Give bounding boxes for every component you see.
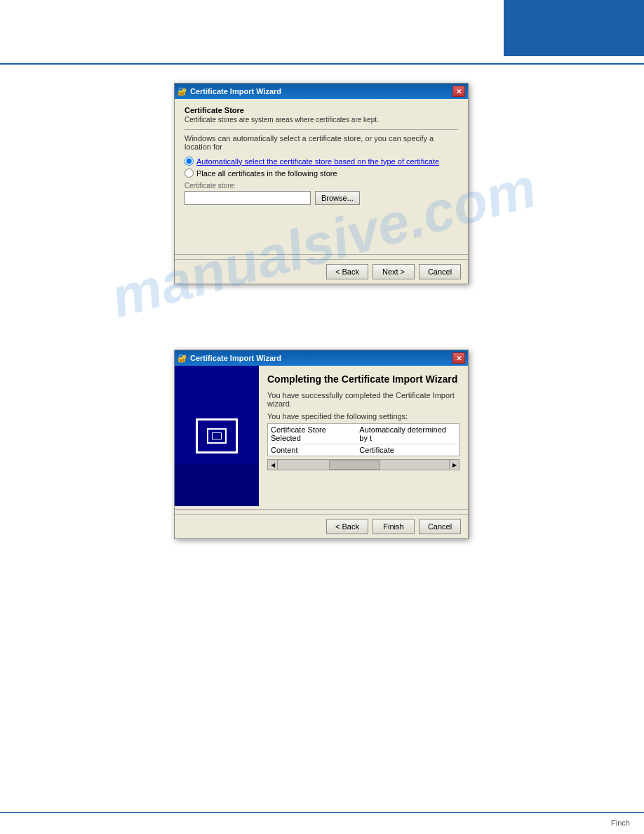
left-panel-deco	[175, 464, 259, 506]
dialog2-footer: < Back Finish Cancel	[175, 514, 468, 538]
cert-icon-detail	[212, 432, 222, 439]
dialog2-completion: 🔐 Certificate Import Wizard ✕ Completing…	[174, 350, 469, 539]
dialog1-title-icon: 🔐	[177, 87, 187, 96]
cert-icon-inner	[207, 428, 227, 444]
settings-row2-col2: Certificate	[356, 444, 459, 456]
dialog1-radio2-label[interactable]: Place all certificates in the following …	[196, 169, 337, 178]
dialog2-title-icon: 🔐	[177, 354, 187, 363]
scrollbar-track[interactable]	[278, 460, 449, 470]
cert-icon-outer	[196, 418, 238, 454]
dialog2-success-text2: You have specified the following setting…	[267, 412, 459, 421]
settings-row1-col1: Certificate Store Selected	[268, 424, 357, 444]
dialog1-back-button[interactable]: < Back	[326, 264, 368, 279]
dialog2-completion-title: Completing the Certificate Import Wizard	[267, 373, 459, 385]
dialog1-radio1-label[interactable]: Automatically select the certificate sto…	[196, 157, 439, 166]
dialog1-browse-button[interactable]: Browse...	[315, 191, 360, 205]
dialog2-body: Completing the Certificate Import Wizard…	[175, 366, 468, 506]
scrollbar-left-button[interactable]: ◀	[268, 460, 278, 470]
dialog1-cert-store-label: Certificate store:	[185, 182, 458, 190]
dialog2-cancel-button[interactable]: Cancel	[419, 519, 461, 534]
bottom-rule	[0, 812, 644, 813]
dialog1-cert-store-row: Browse...	[185, 191, 458, 205]
dialog1-divider1	[185, 129, 458, 130]
dialog2-settings-table: Certificate Store Selected Automatically…	[267, 423, 459, 456]
dialog1-title-label: Certificate Import Wizard	[190, 87, 281, 95]
settings-row1: Certificate Store Selected Automatically…	[268, 424, 459, 444]
dialog1-section-desc: Certificate stores are system areas wher…	[185, 116, 458, 124]
settings-row1-col2: Automatically determined by t	[356, 424, 459, 444]
dialog2-back-button[interactable]: < Back	[326, 519, 368, 534]
dialog1-radio1-row: Automatically select the certificate sto…	[185, 157, 458, 166]
dialog2-title-label: Certificate Import Wizard	[190, 354, 281, 362]
dialog2-right-panel: Completing the Certificate Import Wizard…	[259, 366, 468, 506]
dialog1-content: Certificate Store Certificate stores are…	[175, 99, 468, 254]
settings-row2: Content Certificate	[268, 444, 459, 456]
dialog1-radio2-row: Place all certificates in the following …	[185, 168, 458, 178]
dialog1-titlebar: 🔐 Certificate Import Wizard ✕	[175, 84, 468, 99]
dialog2-title-text: 🔐 Certificate Import Wizard	[177, 354, 281, 363]
dialog1-footer: < Back Next > Cancel	[175, 259, 468, 284]
dialog2-scrollbar[interactable]: ◀ ▶	[267, 459, 459, 470]
dialog1-cancel-button[interactable]: Cancel	[419, 264, 461, 279]
dialog1-close-button[interactable]: ✕	[452, 86, 465, 97]
dialog1-radio2[interactable]	[185, 168, 194, 178]
settings-row2-col1: Content	[268, 444, 357, 456]
dialog1-footer-divider	[175, 254, 468, 255]
dialog2-titlebar: 🔐 Certificate Import Wizard ✕	[175, 350, 468, 366]
dialog1-certificate-store: 🔐 Certificate Import Wizard ✕ Certificat…	[174, 83, 469, 284]
dialog2-left-panel	[175, 366, 259, 506]
dialog1-spacer	[185, 205, 458, 247]
dialog2-footer-divider	[175, 509, 468, 510]
top-bar-decoration	[504, 0, 644, 56]
page-number: Finch	[611, 819, 630, 827]
dialog1-next-button[interactable]: Next >	[373, 264, 415, 279]
dialog1-cert-store-input[interactable]	[185, 191, 311, 205]
top-rule	[0, 63, 644, 65]
dialog2-success-text1: You have successfully completed the Cert…	[267, 391, 459, 408]
dialog1-title-text: 🔐 Certificate Import Wizard	[177, 87, 281, 96]
scrollbar-right-button[interactable]: ▶	[449, 460, 459, 470]
dialog2-close-button[interactable]: ✕	[452, 352, 465, 364]
dialog1-radio1[interactable]	[185, 157, 194, 166]
dialog1-body-text: Windows can automatically select a certi…	[185, 134, 458, 151]
dialog2-finish-button[interactable]: Finish	[373, 519, 415, 534]
scrollbar-thumb[interactable]	[329, 460, 380, 470]
dialog1-section-title: Certificate Store	[185, 106, 458, 114]
